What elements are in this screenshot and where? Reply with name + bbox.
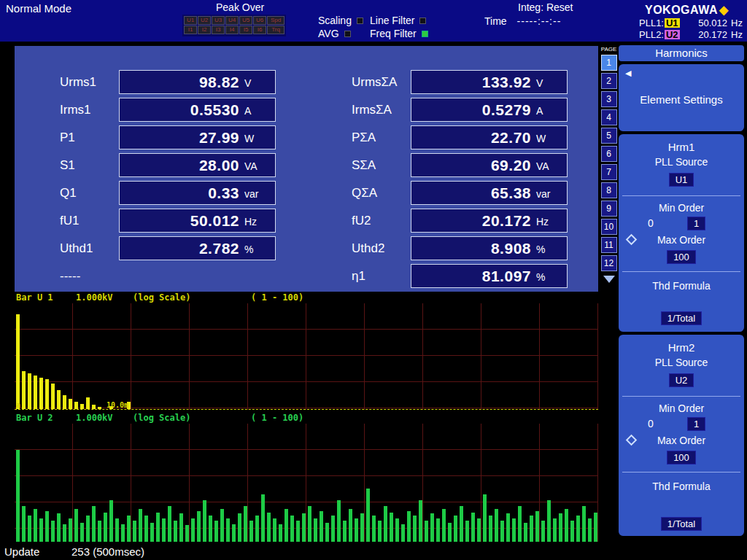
page-number-button[interactable]: 6 bbox=[601, 146, 617, 162]
hrm2-max-order-label: Max Order bbox=[619, 435, 744, 446]
measurement-label: QΣA bbox=[352, 186, 406, 201]
update-label: Update bbox=[4, 545, 39, 558]
yokogawa-logo: YOKOGAWA◆ bbox=[645, 3, 729, 17]
page-list: 1 2 3 4 5 6 7 8 9 10 11 12 bbox=[600, 55, 618, 271]
hrm2-thd-formula-label: Thd Formula bbox=[619, 481, 744, 492]
measurement-value-box: 0.33 var bbox=[119, 181, 276, 205]
measurement-unit: VA bbox=[536, 159, 561, 172]
measurement-row: Urms1 98.82 V bbox=[60, 70, 276, 94]
measurement-value: 50.012 bbox=[124, 212, 239, 230]
peak-over-cell: U3 bbox=[212, 16, 225, 25]
page-number-button[interactable]: 7 bbox=[601, 164, 617, 180]
pll2-frequency: 20.172 bbox=[698, 29, 727, 40]
hrm1-thd-formula-value[interactable]: 1/Total bbox=[661, 311, 702, 325]
hrm1-min-order-value[interactable]: 1 bbox=[687, 217, 705, 230]
measurement-value-box: 28.00 VA bbox=[119, 153, 276, 177]
measurement-label: Irms1 bbox=[60, 103, 115, 117]
measurement-value-box: 81.097 % bbox=[411, 264, 568, 288]
peak-over-cell: U6 bbox=[253, 16, 266, 25]
line-filter-label: Line Filter bbox=[370, 15, 414, 26]
avg-label: AVG bbox=[318, 28, 339, 39]
peak-over-cell: I5 bbox=[239, 26, 252, 34]
peak-over-label: Peak Over bbox=[216, 1, 264, 13]
pll1-frequency: 50.012 bbox=[698, 18, 727, 28]
numeric-measurement-panel: Urms1 98.82 V Irms1 0.5530 A P1 27.99 W bbox=[15, 46, 598, 292]
page-number-button[interactable]: 5 bbox=[601, 128, 617, 144]
page-scroll-down-icon[interactable] bbox=[603, 276, 615, 283]
measurement-row: PΣA 22.70 W bbox=[352, 125, 568, 149]
measurement-unit: var bbox=[536, 187, 561, 200]
peak-over-row-voltage: U1U2U3U4U5U6Spd bbox=[184, 16, 285, 25]
time-value: -----:--:-- bbox=[517, 15, 562, 27]
chart-title: Bar U 1 bbox=[16, 292, 53, 303]
line-filter-indicator bbox=[419, 18, 426, 24]
measurement-value-box: 133.92 V bbox=[411, 70, 568, 94]
peak-over-cell: U4 bbox=[225, 16, 239, 25]
page-number-button[interactable]: 1 bbox=[601, 55, 617, 71]
page-number-button[interactable]: 10 bbox=[601, 219, 617, 235]
measurement-unit: W bbox=[244, 131, 269, 144]
measurement-row: Q1 0.33 var bbox=[60, 181, 276, 205]
measurement-unit: Hz bbox=[536, 214, 561, 228]
measurement-column-element1: Urms1 98.82 V Irms1 0.5530 A P1 27.99 W bbox=[60, 70, 276, 292]
measurement-value: 28.00 bbox=[124, 157, 239, 174]
hrm1-pll-source-value[interactable]: U1 bbox=[669, 173, 694, 187]
measurement-label: fU2 bbox=[352, 214, 406, 228]
page-number-button[interactable]: 8 bbox=[601, 182, 617, 198]
page-number-button[interactable]: 2 bbox=[601, 73, 617, 89]
measurement-row: IrmsΣA 0.5279 A bbox=[352, 98, 568, 122]
measurement-value: 20.172 bbox=[416, 212, 531, 230]
measurement-column-sigma: UrmsΣA 133.92 V IrmsΣA 0.5279 A PΣA 22.7… bbox=[352, 70, 568, 292]
measurement-unit: A bbox=[244, 104, 269, 117]
measurement-row: Uthd2 8.908 % bbox=[352, 236, 568, 260]
measurement-value-box: 0.5279 A bbox=[411, 98, 568, 122]
hrm2-pll-source-value[interactable]: U2 bbox=[669, 373, 694, 387]
page-selector-title: PAGE bbox=[600, 46, 618, 52]
hrm2-max-order-value[interactable]: 100 bbox=[667, 451, 696, 464]
measurement-value-box: 20.172 Hz bbox=[411, 209, 568, 233]
peak-over-cell: U5 bbox=[239, 16, 252, 25]
element-settings-button[interactable]: ◀ Element Settings bbox=[619, 64, 744, 131]
measurement-row: UrmsΣA 133.92 V bbox=[352, 70, 568, 94]
measurement-row: SΣA 69.20 VA bbox=[352, 153, 568, 177]
measurement-unit: % bbox=[536, 242, 561, 255]
pll2-row: PLL2: U2 20.172 Hz bbox=[639, 28, 744, 40]
hrm1-min-order-option-0[interactable]: 0 bbox=[648, 217, 654, 229]
hrm2-thd-formula-value[interactable]: 1/Total bbox=[661, 517, 702, 531]
measurement-label: fU1 bbox=[60, 214, 115, 228]
peak-over-row-current: I1I2I3I4I5I6Trq bbox=[184, 26, 285, 34]
page-number-button[interactable]: 9 bbox=[601, 201, 617, 217]
measurement-label: IrmsΣA bbox=[352, 103, 406, 117]
measurement-value-box: 50.012 Hz bbox=[119, 209, 276, 233]
harmonic-bars-u2 bbox=[15, 424, 598, 542]
hrm1-softkey-group: Hrm1 PLL Source U1 Min Order 0 1 Max Ord… bbox=[619, 134, 744, 332]
page-number-button[interactable]: 3 bbox=[601, 91, 617, 107]
measurement-value-box: 22.70 W bbox=[411, 125, 568, 149]
measurement-value: 8.908 bbox=[416, 240, 531, 257]
chart-title: Bar U 2 bbox=[16, 413, 53, 423]
chart-u2-header: Bar U 2 1.000kV (log Scale) ( 1 - 100) bbox=[15, 413, 598, 423]
page-number-button[interactable]: 4 bbox=[601, 109, 617, 125]
hrm1-max-order-value[interactable]: 100 bbox=[667, 250, 696, 264]
pll1-unit: Hz bbox=[731, 18, 744, 28]
measurement-value: 65.38 bbox=[416, 184, 531, 202]
measurement-row: fU2 20.172 Hz bbox=[352, 209, 568, 233]
chart-u1-header: Bar U 1 1.000kV (log Scale) ( 1 - 100) bbox=[15, 292, 598, 303]
measurement-value-box: 69.20 VA bbox=[411, 153, 568, 177]
hrm1-min-order-label: Min Order bbox=[619, 202, 744, 214]
axis-label-a: a bbox=[16, 401, 20, 409]
divider bbox=[622, 472, 740, 472]
measurement-value-box: 8.908 % bbox=[411, 236, 568, 260]
hrm2-min-order-option-0[interactable]: 0 bbox=[648, 418, 654, 429]
page-number-button[interactable]: 12 bbox=[601, 255, 617, 271]
chart-u2-plot-area bbox=[15, 424, 598, 542]
measurement-unit: VA bbox=[244, 159, 269, 172]
page-number-button[interactable]: 11 bbox=[601, 237, 617, 253]
hrm2-min-order-value[interactable]: 1 bbox=[687, 417, 705, 431]
chart-scale: 1.000kV bbox=[76, 413, 113, 423]
measurement-row: P1 27.99 W bbox=[60, 125, 276, 149]
element-settings-label: Element Settings bbox=[619, 93, 744, 106]
measurement-value: 22.70 bbox=[416, 129, 531, 147]
integrator-status: Integ: Reset bbox=[518, 1, 573, 13]
peak-over-cell: I2 bbox=[198, 26, 211, 34]
